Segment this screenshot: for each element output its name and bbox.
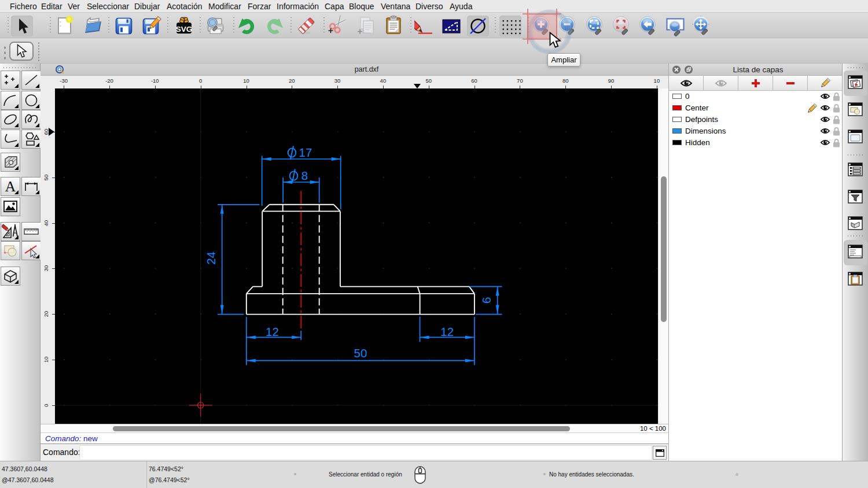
svg-text:24: 24: [204, 252, 218, 265]
svg-text:12: 12: [266, 325, 279, 338]
svg-text:12: 12: [440, 325, 454, 338]
svg-text:SVG: SVG: [176, 25, 193, 34]
svg-text:6: 6: [480, 297, 493, 304]
svg-text:50: 50: [354, 346, 367, 360]
svg-text:17: 17: [299, 146, 312, 159]
svg-text:8: 8: [301, 169, 308, 182]
